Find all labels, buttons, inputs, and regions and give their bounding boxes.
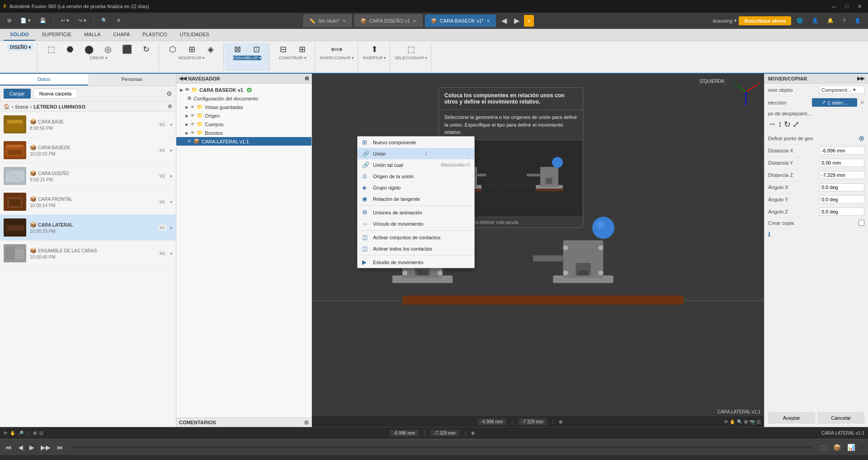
pan-status-icon[interactable]: ✋	[10, 431, 15, 436]
profile-btn[interactable]: 👤	[851, 15, 864, 27]
nav-item-cara-lateral[interactable]: 👁 📦 CARA LATERAL v1:1	[176, 137, 311, 146]
orbit-icon[interactable]: ⟳	[724, 419, 728, 424]
gear-btn[interactable]: ⚙	[166, 90, 172, 97]
version-badge-1[interactable]: V1	[158, 147, 166, 153]
file-item-cara-lateral[interactable]: 📦 CARA LATERAL 10:00:33 PM V1 ▾	[0, 215, 176, 241]
tl-track[interactable]	[71, 446, 813, 448]
close-file-btn[interactable]: ✕	[113, 15, 124, 27]
version-arrow-4[interactable]: ▾	[170, 225, 172, 230]
rp-move-obj-value[interactable]: Component... ▾	[819, 85, 864, 94]
panel-tab-datos[interactable]: Datos	[0, 74, 88, 85]
tl-play-btn[interactable]: ▶	[28, 443, 36, 452]
nav-item-bocetos[interactable]: ▶ 👁 📁 Bocetos	[176, 128, 311, 137]
version-arrow-0[interactable]: ▾	[170, 122, 172, 127]
version-arrow-1[interactable]: ▾	[170, 148, 172, 153]
rp-sel-clear[interactable]: ✕	[860, 100, 864, 106]
tab-close-1[interactable]: ✕	[413, 19, 416, 24]
subscribe-btn[interactable]: Suscribase ahora	[739, 16, 791, 25]
version-badge-3[interactable]: V1	[158, 199, 166, 204]
rp-dist-y-input[interactable]	[819, 159, 864, 167]
comments-toggle[interactable]: ⊞	[304, 419, 309, 426]
file-item-cara-frontal[interactable]: 📦 CARA FRONTAL 10:00:14 PM V1 ▾	[0, 189, 176, 215]
load-btn[interactable]: Cargar	[4, 89, 31, 99]
crear-box-btn[interactable]: ⬚	[42, 44, 60, 55]
nav-left-btn[interactable]: ◀	[499, 15, 509, 27]
dd-item-relacion-tangente[interactable]: ◉ Relación de tangente	[358, 193, 474, 204]
search-btn[interactable]: 🔍	[98, 15, 111, 27]
diseno-btn[interactable]: DISEÑO ▾	[7, 44, 33, 51]
ribbon-tab-chapa[interactable]: CHAPA	[107, 29, 136, 41]
viewport[interactable]: IZQUIERDA X Y Z CARA LATERAL v1:1 Coloca…	[312, 74, 764, 427]
add-tab-btn[interactable]: +	[524, 15, 534, 27]
tab-sin-titulo[interactable]: ✏️ Sin título* ✕	[303, 14, 352, 27]
dd-item-vinculo-mov[interactable]: ↔ Vínculo de movimiento	[358, 218, 474, 229]
type-icon-1[interactable]: ↔	[768, 119, 776, 129]
rp-expand-btn[interactable]: ▶▶	[857, 76, 864, 81]
rp-pivot-icon[interactable]: ⊕	[859, 134, 864, 142]
maximize-btn[interactable]: □	[843, 3, 851, 10]
tl-prev-btn[interactable]: ◀	[16, 443, 25, 452]
file-item-cara-baseok[interactable]: 📦 CARA BASEOK 10:02:03 PM V1 ▾	[0, 138, 176, 163]
nav-eye-0[interactable]: 👁	[185, 87, 189, 92]
grid-toggle-icon[interactable]: ⊡	[757, 419, 760, 424]
accept-btn[interactable]: Aceptar	[768, 413, 815, 423]
file-item-cara-base[interactable]: 📦 CARA BASE 8:38:56 PM V1 ▾	[0, 112, 176, 138]
nav-eye-4[interactable]: 👁	[190, 122, 195, 127]
user-badge[interactable]: lizanaing ▾	[713, 18, 737, 24]
account-btn[interactable]: 👤	[808, 15, 822, 27]
construir-1-btn[interactable]: ⊟	[274, 44, 292, 55]
panel-tab-personas[interactable]: Personas	[88, 74, 176, 85]
version-arrow-3[interactable]: ▾	[170, 199, 172, 204]
dd-item-union[interactable]: 🔗 Unión J ⋮	[358, 148, 474, 159]
tab-close-0[interactable]: ✕	[342, 19, 346, 24]
ribbon-tab-malla[interactable]: MALLA	[78, 29, 107, 41]
save-btn[interactable]: 💾	[36, 15, 50, 27]
tab-cara-baseok[interactable]: 📦 CARA BASEOK v1* ✕	[425, 14, 496, 27]
ribbon-tab-plastico[interactable]: PLÁSTICO	[136, 29, 173, 41]
dd-item-activar-todos[interactable]: ◫ Activar todos los contactos	[358, 243, 474, 254]
dd-item-union-tal-cual[interactable]: 🔗 Unión tal cual Mayúsculas+J	[358, 159, 474, 171]
tl-first-btn[interactable]: ⏮	[4, 443, 14, 452]
zoom-mag-icon[interactable]: 🔎	[18, 431, 24, 436]
type-icon-4[interactable]: ⤢	[793, 119, 799, 129]
nav-eye-3[interactable]: 👁	[190, 113, 195, 118]
nav-item-vistas[interactable]: ▶ 👁 📁 Vistas guardadas	[176, 103, 311, 111]
crear-revolve-btn[interactable]: ↻	[137, 44, 155, 55]
ensamblar-2-btn[interactable]: ⊡	[247, 44, 265, 55]
file-btn[interactable]: 📄 ▾	[17, 15, 34, 27]
breadcrumb-lizana[interactable]: lizana	[15, 104, 28, 109]
ins-1-btn[interactable]: ⬆	[365, 44, 383, 55]
rp-ang-x-input[interactable]	[819, 183, 864, 191]
camera-icon[interactable]: 📷	[750, 419, 755, 424]
new-folder-btn[interactable]: Nueva carpeta	[33, 89, 78, 99]
cancel-btn[interactable]: Cancelar	[818, 413, 865, 423]
ensamblar-label[interactable]: ENSAMBLAR ▾	[233, 56, 261, 60]
help-btn[interactable]: ?	[839, 15, 849, 27]
dd-item-origen-union[interactable]: ⊙ Origen de la unión	[358, 171, 474, 182]
notifications-btn[interactable]: 🌐	[793, 15, 807, 27]
undo-btn[interactable]: ↩ ▾	[57, 15, 73, 27]
tab-close-2[interactable]: ✕	[486, 19, 490, 24]
rp-dist-z-input[interactable]	[819, 171, 864, 179]
nav-right-btn[interactable]: ▶	[511, 15, 522, 27]
nav-eye-6[interactable]: 👁	[187, 139, 192, 144]
type-icon-3[interactable]: ↻	[784, 119, 791, 129]
nav-options-btn[interactable]: ⊞	[305, 76, 309, 81]
ribbon-tab-superficie[interactable]: SUPERFICIE	[35, 29, 78, 41]
tl-settings-btn[interactable]: ⚙	[859, 444, 864, 451]
close-btn[interactable]: ✕	[855, 3, 864, 10]
zoom-box-icon[interactable]: ⬚	[26, 431, 30, 436]
version-arrow-5[interactable]: ▾	[170, 251, 172, 256]
rp-sel-value[interactable]: ↗ 1 selec...	[812, 98, 857, 107]
tl-component-btn[interactable]: 📦	[831, 443, 843, 452]
nav-eye-2[interactable]: 👁	[190, 104, 195, 109]
zoom-icon[interactable]: 🔍	[737, 419, 742, 424]
alert-btn[interactable]: 🔔	[824, 15, 837, 27]
sel-1-btn[interactable]: ⬚	[402, 44, 420, 55]
version-badge-2[interactable]: V1	[158, 173, 166, 179]
crear-sphere-btn[interactable]: ⬤	[80, 44, 98, 55]
rp-crear-copia-checkbox[interactable]	[859, 220, 864, 226]
ribbon-tab-utilidades[interactable]: UTILIDADES	[174, 29, 216, 41]
nav-item-cara-baseok-v1[interactable]: ▶ 👁 📁 CARA BASEOK v1 ●	[176, 85, 311, 94]
tl-capture-btn[interactable]: ⬚	[819, 443, 829, 452]
